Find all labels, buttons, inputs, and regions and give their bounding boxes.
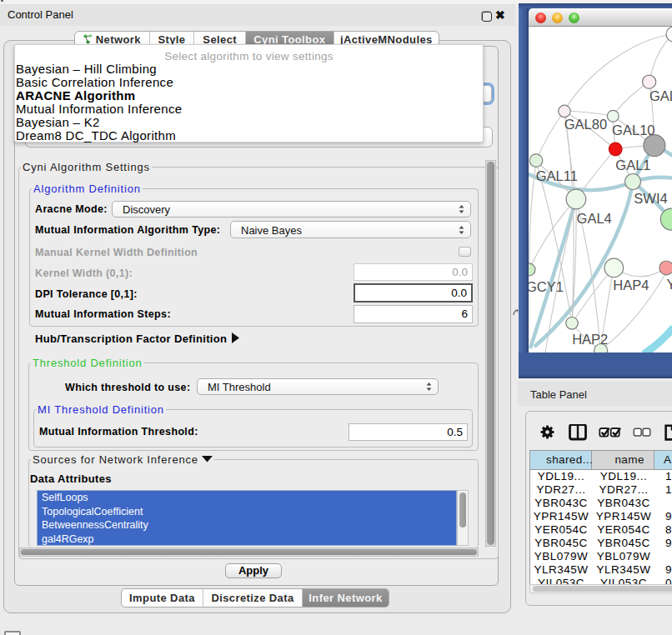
svg-text:HAP2: HAP2 bbox=[572, 332, 608, 347]
svg-text:HAP4: HAP4 bbox=[613, 278, 649, 292]
svg-text:GAL4: GAL4 bbox=[577, 211, 612, 226]
svg-text:GAL1: GAL1 bbox=[615, 158, 650, 172]
svg-text:GAL11: GAL11 bbox=[536, 168, 578, 183]
svg-text:GAL7: GAL7 bbox=[649, 88, 672, 103]
svg-text:GAL80: GAL80 bbox=[564, 117, 607, 132]
svg-text:GCY1: GCY1 bbox=[529, 279, 564, 294]
svg-text:GAL10: GAL10 bbox=[612, 122, 654, 138]
svg-text:Y: Y bbox=[667, 277, 672, 292]
svg-text:SWI4: SWI4 bbox=[634, 191, 667, 206]
